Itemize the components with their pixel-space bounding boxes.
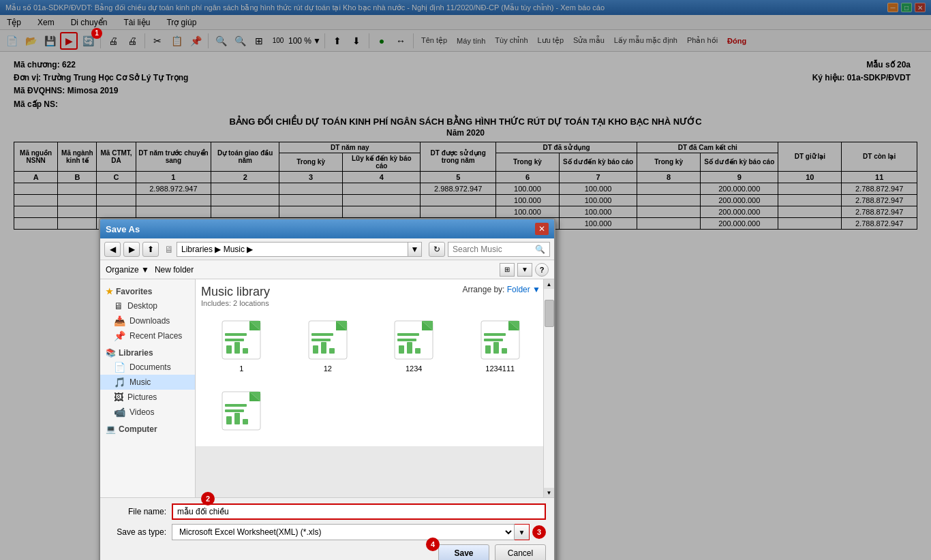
computer-icon: 🖥 — [164, 244, 174, 255]
file-icon-1234 — [392, 318, 436, 362]
path-dropdown-button[interactable]: ▼ — [408, 242, 422, 257]
svg-rect-38 — [234, 413, 240, 424]
star-icon: ★ — [106, 287, 113, 296]
sidebar-item-downloads-label: Downloads — [129, 316, 170, 326]
save-as-type-label: Save as type: — [108, 527, 166, 537]
sidebar-item-videos[interactable]: 📹 Videos — [100, 405, 195, 420]
circle-num-2: 2 — [201, 492, 215, 505]
svg-rect-30 — [493, 342, 499, 354]
save-as-dialog: Save As ✕ ◀ ▶ ⬆ 🖥 Libraries ▶ Music ▶ ▼ … — [99, 218, 555, 560]
sidebar-favorites-header[interactable]: ★ Favorites — [100, 285, 195, 298]
documents-icon: 📄 — [114, 362, 125, 373]
file-name-input[interactable] — [172, 503, 546, 520]
file-item-1234[interactable]: 1234 — [373, 313, 455, 378]
music-library-subtitle: Includes: 2 locations — [201, 299, 270, 307]
organize-label: Organize ▼ — [106, 265, 149, 275]
svg-rect-20 — [397, 339, 416, 341]
path-bar-text: Libraries ▶ Music ▶ — [181, 245, 253, 254]
sidebar-item-desktop[interactable]: 🖥 Desktop — [100, 298, 195, 313]
svg-rect-4 — [225, 339, 244, 341]
svg-rect-36 — [225, 409, 244, 412]
svg-rect-14 — [321, 342, 326, 354]
svg-rect-7 — [243, 348, 248, 354]
file-item-extra[interactable] — [201, 384, 282, 441]
save-type-select[interactable]: Microsoft Excel Worksheet(XML) (*.xls) — [172, 524, 515, 540]
sidebar-item-downloads[interactable]: 📥 Downloads — [100, 313, 195, 328]
organize-button[interactable]: Organize ▼ — [106, 265, 149, 275]
svg-rect-22 — [407, 342, 412, 354]
save-button[interactable]: Save — [438, 544, 489, 560]
svg-rect-29 — [485, 345, 491, 354]
svg-rect-12 — [311, 339, 331, 341]
sidebar-item-documents-label: Documents — [129, 362, 171, 372]
file-icon-1 — [219, 318, 263, 362]
scrollbar-down-button[interactable]: ▼ — [544, 488, 554, 497]
dialog-scrollbar[interactable]: ▲ ▼ — [543, 279, 554, 497]
view-dropdown-button[interactable]: ▼ — [517, 263, 532, 277]
sidebar-item-pictures-label: Pictures — [127, 392, 157, 402]
nav-back-button[interactable]: ◀ — [104, 242, 121, 257]
path-refresh-button[interactable]: ↻ — [429, 242, 445, 257]
svg-rect-31 — [502, 348, 507, 354]
svg-rect-19 — [397, 333, 419, 336]
sidebar-item-recent-places[interactable]: 📌 Recent Places — [100, 328, 195, 343]
svg-rect-35 — [225, 404, 247, 407]
dialog-close-button[interactable]: ✕ — [535, 223, 549, 235]
view-toggle-button[interactable]: ⊞ — [500, 263, 515, 277]
dialog-main-scroll: Music library Includes: 2 locations Arra… — [196, 279, 554, 497]
scrollbar-up-button[interactable]: ▲ — [544, 279, 554, 289]
circle-num-4: 4 — [426, 538, 440, 551]
search-icon: 🔍 — [535, 245, 545, 254]
file-icon-1234111 — [478, 318, 522, 362]
computer-label: Computer — [119, 424, 157, 434]
sidebar-libraries-header[interactable]: 📚 Libraries — [100, 346, 195, 360]
nav-up-button[interactable]: ⬆ — [142, 242, 159, 257]
arrange-by-label: Arrange by: — [462, 285, 504, 294]
music-library-info: Music library Includes: 2 locations — [201, 285, 270, 307]
view-buttons: ⊞ ▼ ? — [500, 263, 549, 277]
sidebar-item-recent-label: Recent Places — [129, 331, 182, 341]
circle-num-3: 3 — [532, 525, 546, 539]
file-item-1234111[interactable]: 1234111 — [460, 313, 541, 378]
libraries-label: Libraries — [119, 348, 153, 358]
new-folder-button[interactable]: New folder — [155, 265, 194, 275]
sidebar-item-pictures[interactable]: 🖼 Pictures — [100, 390, 195, 405]
file-icon-extra — [219, 389, 263, 433]
sidebar-item-music[interactable]: 🎵 Music — [100, 375, 195, 390]
arrange-by-value[interactable]: Folder ▼ — [507, 285, 540, 294]
library-icon: 📚 — [106, 348, 116, 358]
sidebar-item-music-label: Music — [129, 377, 151, 387]
search-bar[interactable]: 🔍 — [448, 242, 550, 257]
svg-rect-27 — [484, 333, 506, 336]
footer-savetype-row: Save as type: Microsoft Excel Worksheet(… — [108, 524, 546, 540]
sidebar-item-documents[interactable]: 📄 Documents — [100, 360, 195, 375]
nav-forward-button[interactable]: ▶ — [123, 242, 140, 257]
file-item-12[interactable]: 12 — [288, 313, 369, 378]
downloads-icon: 📥 — [114, 315, 125, 326]
svg-rect-11 — [311, 333, 333, 336]
favorites-label: Favorites — [116, 287, 152, 296]
footer-buttons: 4 Save Cancel — [108, 544, 546, 560]
help-button[interactable]: ? — [535, 263, 549, 277]
music-library-header: Music library Includes: 2 locations Arra… — [201, 285, 540, 307]
file-name-1: 1 — [239, 364, 243, 373]
dialog-sidebar: ★ Favorites 🖥 Desktop 📥 Downloads 📌 Rece… — [100, 279, 196, 497]
videos-icon: 📹 — [114, 407, 125, 418]
file-item-1[interactable]: 1 — [201, 313, 282, 378]
music-library-title: Music library — [201, 285, 270, 299]
svg-rect-28 — [484, 339, 503, 341]
cancel-button[interactable]: Cancel — [495, 544, 546, 560]
svg-rect-23 — [415, 348, 421, 354]
sidebar-section-favorites: ★ Favorites 🖥 Desktop 📥 Downloads 📌 Rece… — [100, 285, 195, 343]
scrollbar-thumb[interactable] — [545, 300, 554, 327]
svg-rect-6 — [234, 342, 240, 354]
dialog-title-bar: Save As ✕ — [100, 219, 554, 238]
path-bar[interactable]: Libraries ▶ Music ▶ — [177, 242, 408, 257]
save-type-dropdown-button[interactable]: ▼ — [515, 524, 530, 540]
svg-rect-15 — [329, 348, 335, 354]
dialog-nav-bar: ◀ ▶ ⬆ 🖥 Libraries ▶ Music ▶ ▼ ↻ 🔍 — [100, 238, 554, 260]
search-input[interactable] — [453, 245, 535, 254]
footer-filename-row: File name: — [108, 503, 546, 520]
dialog-toolbar: Organize ▼ New folder ⊞ ▼ ? — [100, 260, 554, 279]
sidebar-computer-header[interactable]: 💻 Computer — [100, 422, 195, 436]
